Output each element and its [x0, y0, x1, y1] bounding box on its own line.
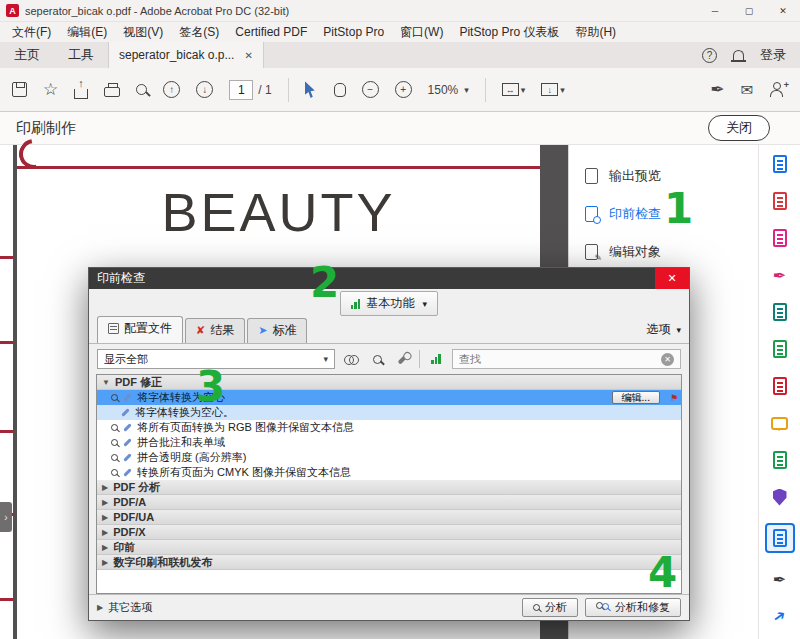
action-wizard-icon[interactable]: [769, 301, 791, 323]
zoom-out-icon[interactable]: −: [362, 81, 379, 98]
menu-help[interactable]: 帮助(H): [567, 24, 624, 41]
section-pdfa[interactable]: ▶ PDF/A: [97, 495, 681, 510]
wrench-icon: [398, 354, 409, 365]
triangle-collapsed-icon: ▶: [102, 498, 108, 507]
library-bars-icon: [431, 354, 441, 364]
share-with-others-icon[interactable]: +: [769, 82, 784, 97]
section-pdfx[interactable]: ▶ PDF/X: [97, 525, 681, 540]
active-tool-icon[interactable]: [765, 523, 795, 553]
tab-results[interactable]: ✘ 结果: [185, 318, 245, 343]
fixup-icon: [123, 438, 131, 446]
zoom-level-dropdown[interactable]: 150% ▾: [428, 83, 469, 97]
library-selector-label: 基本功能: [366, 295, 414, 312]
fill-sign-pen-icon[interactable]: ✒: [710, 79, 724, 100]
zoom-in-icon[interactable]: +: [395, 81, 412, 98]
menu-sign[interactable]: 签名(S): [171, 24, 227, 41]
help-icon[interactable]: ?: [702, 48, 717, 63]
fill-sign-icon[interactable]: ✒: [769, 264, 791, 286]
analyze-and-fix-button[interactable]: 分析和修复: [585, 598, 681, 617]
menu-bar: 文件(F) 编辑(E) 视图(V) 签名(S) Certified PDF Pi…: [0, 22, 800, 42]
library-quick-button[interactable]: [426, 349, 446, 369]
section-pdf-fixups[interactable]: ▼ PDF 修正: [97, 375, 681, 390]
section-prepress[interactable]: ▶ 印前: [97, 540, 681, 555]
dialog-title-bar[interactable]: 印前检查 ✕: [89, 268, 689, 289]
page-headline-text: BEAUTY: [17, 181, 540, 243]
profile-row[interactable]: 转换所有页面为 CMYK 图像并保留文本信息: [97, 465, 681, 480]
share-upload-icon[interactable]: [74, 89, 88, 99]
triangle-expanded-icon: ▼: [102, 378, 110, 387]
search-icon[interactable]: [136, 84, 147, 95]
search-field[interactable]: ✕: [452, 349, 681, 369]
send-for-signature-icon[interactable]: [769, 375, 791, 397]
optimize-pdf-icon[interactable]: [769, 338, 791, 360]
protect-icon[interactable]: [769, 486, 791, 508]
menu-file[interactable]: 文件(F): [4, 24, 59, 41]
chevron-down-icon: ▾: [521, 85, 526, 95]
annotation-step-2: 2: [310, 262, 339, 304]
navigation-pane-handle[interactable]: ›: [0, 502, 12, 532]
search-profiles-button[interactable]: [367, 349, 387, 369]
close-print-production-button[interactable]: 关闭: [708, 115, 770, 141]
tool-edit-object[interactable]: 编辑对象: [569, 233, 758, 271]
minimize-icon[interactable]: ─: [698, 0, 732, 21]
next-page-icon[interactable]: ↓: [196, 81, 213, 98]
fit-width-dropdown[interactable]: ↔ ▾: [502, 83, 526, 96]
menu-certified-pdf[interactable]: Certified PDF: [227, 25, 315, 39]
tab-label: 配置文件: [124, 320, 172, 337]
other-options-toggle[interactable]: ▶ 其它选项: [97, 600, 152, 615]
dialog-close-icon[interactable]: ✕: [655, 268, 689, 289]
profile-label: 拼合批注和表单域: [137, 435, 225, 450]
page-display-dropdown[interactable]: ↓ ▾: [541, 83, 565, 96]
menu-pitstop-pro[interactable]: PitStop Pro: [315, 25, 392, 39]
section-digital-printing[interactable]: ▶ 数字印刷和联机发布: [97, 555, 681, 570]
menu-edit[interactable]: 编辑(E): [59, 24, 115, 41]
organize-pages-icon[interactable]: [769, 190, 791, 212]
options-menu-button[interactable]: 选项 ▾: [646, 321, 681, 343]
star-favorite-icon[interactable]: ☆: [43, 79, 58, 100]
maximize-icon[interactable]: ▢: [732, 0, 766, 21]
search-input[interactable]: [459, 353, 657, 365]
profile-row[interactable]: 拼合批注和表单域: [97, 435, 681, 450]
edit-profile-button[interactable]: 编辑...: [612, 391, 660, 404]
more-tools-icon[interactable]: ➔: [769, 605, 791, 627]
tab-document[interactable]: seperator_bicak o.p... ✕: [108, 42, 264, 68]
previous-page-icon[interactable]: ↑: [163, 81, 180, 98]
tab-home[interactable]: 主页: [0, 42, 54, 68]
section-pdfua[interactable]: ▶ PDF/UA: [97, 510, 681, 525]
section-pdf-analysis[interactable]: ▶ PDF 分析: [97, 480, 681, 495]
tab-tools[interactable]: 工具: [54, 42, 108, 68]
create-pdf-icon[interactable]: [769, 227, 791, 249]
print-production-icon[interactable]: [769, 449, 791, 471]
comment-icon[interactable]: [769, 412, 791, 434]
hand-tool-icon[interactable]: [334, 83, 346, 97]
notifications-bell-icon[interactable]: [733, 50, 744, 60]
tab-standards[interactable]: ➤ 标准: [247, 318, 307, 343]
clear-search-icon[interactable]: ✕: [661, 353, 674, 366]
annotation-step-3: 3: [196, 366, 225, 408]
profile-row[interactable]: 将所有页面转换为 RGB 图像并保留文本信息: [97, 420, 681, 435]
menu-pitstop-dashboard[interactable]: PitStop Pro 仪表板: [451, 24, 567, 41]
view-profiles-button[interactable]: [341, 349, 361, 369]
page-number-input[interactable]: [229, 80, 253, 100]
profile-label: 将所有页面转换为 RGB 图像并保留文本信息: [137, 420, 354, 435]
tab-close-icon[interactable]: ✕: [244, 50, 252, 61]
triangle-collapsed-icon: ▶: [102, 528, 108, 537]
analyze-button[interactable]: 分析: [522, 598, 578, 617]
menu-view[interactable]: 视图(V): [115, 24, 171, 41]
export-pdf-icon[interactable]: [769, 153, 791, 175]
edit-pdf-icon[interactable]: ✒: [769, 568, 791, 590]
print-icon[interactable]: [104, 87, 120, 97]
edit-profiles-button[interactable]: [393, 349, 413, 369]
tab-profiles[interactable]: 配置文件: [97, 316, 183, 343]
library-selector-dropdown[interactable]: 基本功能 ▾: [340, 291, 438, 316]
save-icon[interactable]: [12, 82, 27, 97]
menu-window[interactable]: 窗口(W): [392, 24, 451, 41]
profile-row-selected[interactable]: 将字体转换为空心 编辑... ⚑: [97, 390, 681, 405]
profile-row[interactable]: 将字体转换为空心。: [97, 405, 681, 420]
analyze-icon: [111, 394, 118, 401]
profile-row[interactable]: 拼合透明度 (高分辨率): [97, 450, 681, 465]
sign-in-button[interactable]: 登录: [760, 46, 786, 64]
select-tool-icon[interactable]: [305, 81, 318, 98]
send-email-icon[interactable]: ✉: [740, 81, 753, 99]
close-icon[interactable]: ✕: [766, 0, 800, 21]
